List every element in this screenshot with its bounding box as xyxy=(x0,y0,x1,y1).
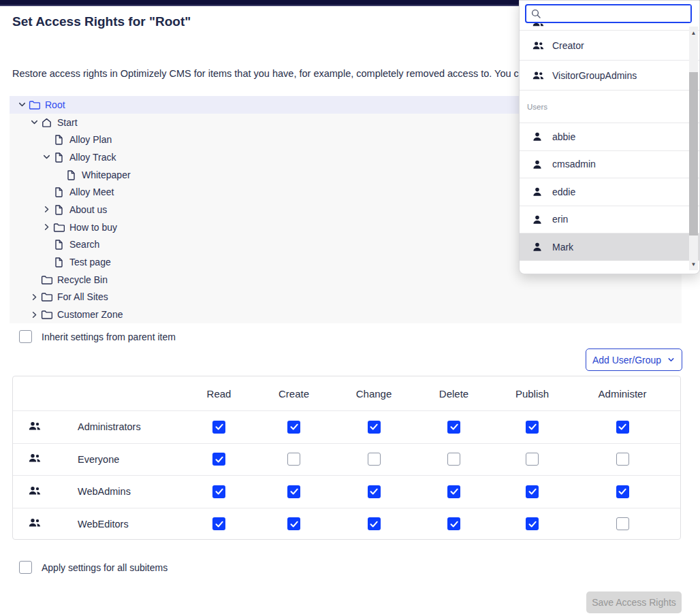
access-rights-table: Read Create Change Delete Publish Admini… xyxy=(12,376,681,540)
scrollbar-up-arrow[interactable]: ▲ xyxy=(689,28,698,37)
checkbox-administer[interactable] xyxy=(616,485,629,498)
dropdown-item-abbie[interactable]: abbie xyxy=(520,123,699,150)
group-icon xyxy=(532,70,544,80)
tree-item-label[interactable]: Recycle Bin xyxy=(57,274,108,285)
chevron-down-icon[interactable] xyxy=(27,116,41,129)
person-icon xyxy=(532,131,544,142)
tree-item-label[interactable]: Customer Zone xyxy=(57,309,123,320)
tree-item-label[interactable]: For All Sites xyxy=(57,291,108,302)
checkbox-read[interactable] xyxy=(212,517,225,530)
checkbox-administer[interactable] xyxy=(616,453,629,466)
scrollbar-down-arrow[interactable]: ▼ xyxy=(689,259,698,269)
add-user-group-label: Add User/Group xyxy=(592,355,661,366)
checkbox-create[interactable] xyxy=(287,485,300,498)
dropdown-item-label: Mark xyxy=(552,242,573,253)
dropdown-item-eddie[interactable]: eddie xyxy=(520,178,699,206)
home-icon xyxy=(41,116,52,128)
chevron-right-icon[interactable] xyxy=(27,290,41,304)
principal-name: Everyone xyxy=(78,454,119,465)
tree-item-label[interactable]: Search xyxy=(69,239,99,250)
checkbox-read[interactable] xyxy=(212,453,225,466)
tree-item-label[interactable]: Alloy Plan xyxy=(69,134,112,145)
tree-item-customer-zone[interactable]: Customer Zone xyxy=(10,306,682,323)
add-user-group-button[interactable]: Add User/Group xyxy=(586,348,682,371)
chevron-down-icon[interactable] xyxy=(39,150,53,164)
tree-item-label[interactable]: Test page xyxy=(69,257,111,268)
dropdown-item-mark[interactable]: Mark xyxy=(520,233,699,261)
folder-icon xyxy=(41,274,52,285)
chevron-down-icon xyxy=(667,355,675,364)
dropdown-item-partial[interactable] xyxy=(520,23,699,30)
checkbox-change[interactable] xyxy=(368,421,381,434)
save-access-rights-button[interactable]: Save Access Rights xyxy=(586,591,682,613)
checkbox-publish[interactable] xyxy=(526,453,539,466)
add-user-group-dropdown: Creator VisitorGroupAdmins Users abbie c… xyxy=(519,0,700,274)
checkbox-delete[interactable] xyxy=(447,421,460,434)
dropdown-search-input[interactable] xyxy=(542,5,690,22)
checkbox-read[interactable] xyxy=(212,421,225,434)
dropdown-item-creator[interactable]: Creator xyxy=(520,30,699,60)
apply-settings-label: Apply settings for all subitems xyxy=(42,562,168,573)
dropdown-item-label: erin xyxy=(552,214,568,225)
chevron-right-icon[interactable] xyxy=(27,308,41,321)
checkbox-delete[interactable] xyxy=(447,517,460,530)
table-row-webeditors: WebEditors xyxy=(13,508,680,540)
checkbox-read[interactable] xyxy=(212,485,225,498)
tree-item-label[interactable]: Alloy Meet xyxy=(69,187,114,197)
dropdown-item-visitorgroupadmins[interactable]: VisitorGroupAdmins xyxy=(520,60,699,90)
tree-item-label[interactable]: Start xyxy=(57,117,78,128)
page-icon xyxy=(53,239,65,250)
checkbox-delete[interactable] xyxy=(447,453,460,466)
dropdown-list: Creator VisitorGroupAdmins Users abbie c… xyxy=(520,23,699,271)
principal-name: WebEditors xyxy=(78,519,129,530)
table-header-row: Read Create Change Delete Publish Admini… xyxy=(13,376,680,410)
checkbox-create[interactable] xyxy=(287,421,300,434)
checkbox-publish[interactable] xyxy=(526,421,539,434)
page-icon xyxy=(53,204,65,215)
dropdown-item-label: abbie xyxy=(552,131,575,142)
apply-settings-checkbox[interactable] xyxy=(19,561,32,574)
column-header-administer: Administer xyxy=(571,388,673,400)
checkbox-delete[interactable] xyxy=(447,485,460,498)
principal-name: Administrators xyxy=(78,421,141,432)
inherit-settings-checkbox[interactable] xyxy=(19,330,32,343)
tree-item-for-all-sites[interactable]: For All Sites xyxy=(10,289,682,306)
dropdown-item-label: Creator xyxy=(552,40,584,51)
column-header-read: Read xyxy=(183,388,255,400)
checkbox-administer[interactable] xyxy=(616,421,629,434)
checkbox-administer[interactable] xyxy=(616,517,629,530)
inherit-settings-row: Inherit settings from parent item xyxy=(19,330,176,343)
dropdown-item-erin[interactable]: erin xyxy=(520,206,699,233)
page-icon xyxy=(53,187,65,198)
dropdown-scrollbar[interactable]: ▲ ▼ xyxy=(689,27,698,270)
person-icon xyxy=(532,187,544,197)
group-icon xyxy=(28,517,43,530)
checkbox-create[interactable] xyxy=(287,517,300,530)
checkbox-create[interactable] xyxy=(287,453,300,466)
person-icon xyxy=(532,242,544,252)
dropdown-search-field[interactable] xyxy=(525,4,692,23)
tree-item-label[interactable]: Whitepaper xyxy=(82,169,131,180)
folder-icon xyxy=(29,99,40,110)
tree-item-label[interactable]: About us xyxy=(69,204,107,215)
column-header-create: Create xyxy=(255,388,333,400)
dropdown-item-cmsadmin[interactable]: cmsadmin xyxy=(520,150,699,178)
chevron-right-icon[interactable] xyxy=(39,203,53,216)
chevron-down-icon[interactable] xyxy=(15,98,29,112)
table-row-administrators: Administrators xyxy=(13,410,680,443)
page-icon xyxy=(65,169,77,180)
chevron-right-icon[interactable] xyxy=(39,221,53,234)
checkbox-publish[interactable] xyxy=(526,517,539,530)
search-icon xyxy=(530,8,542,20)
checkbox-publish[interactable] xyxy=(526,485,539,498)
checkbox-change[interactable] xyxy=(368,517,381,530)
tree-item-label[interactable]: Root xyxy=(45,99,65,110)
checkbox-change[interactable] xyxy=(368,453,381,466)
scrollbar-thumb[interactable] xyxy=(689,72,698,236)
apply-settings-row: Apply settings for all subitems xyxy=(19,561,168,574)
inherit-settings-label: Inherit settings from parent item xyxy=(42,331,176,342)
person-icon xyxy=(532,214,544,225)
tree-item-label[interactable]: How to buy xyxy=(69,222,117,233)
tree-item-label[interactable]: Alloy Track xyxy=(69,152,116,163)
checkbox-change[interactable] xyxy=(368,485,381,498)
